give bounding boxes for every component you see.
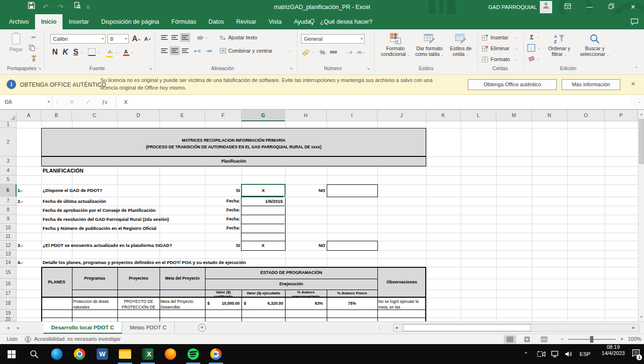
ribbon-tab-disposición-de-página[interactable]: Disposición de página (95, 14, 165, 29)
row-header-3[interactable]: 3 (0, 156, 17, 166)
row-header-9[interactable]: 9 (0, 215, 17, 224)
sheet-tab-metas-pdot-c[interactable]: Metas PDOT C (122, 322, 175, 334)
sheet-area[interactable]: MATRICES RECOPILACION INFORMACIÓN PRIMAR… (0, 110, 638, 321)
cell-q2-fecha[interactable]: Fecha: (205, 197, 240, 206)
scroll-down-icon[interactable]: ▼ (638, 313, 644, 321)
cell-q5-fecha[interactable]: Fecha: (205, 224, 240, 233)
column-header-J[interactable]: J (377, 110, 426, 121)
row-header-18[interactable]: 18 (0, 298, 17, 309)
conditional-formatting-button[interactable]: ≠ Formato condicional ⌄ (379, 32, 412, 58)
merge-center-label[interactable]: Combinar y centrar (228, 48, 273, 54)
ribbon-display-options-icon[interactable] (557, 0, 579, 14)
cell-styles-button[interactable]: Estilos de celda ⌄ (447, 32, 474, 58)
column-header-O[interactable]: O (567, 110, 605, 121)
volume-icon[interactable] (564, 344, 573, 364)
italic-button[interactable]: K (61, 47, 70, 57)
column-header-P[interactable]: P (605, 110, 638, 121)
borders-dropdown-icon[interactable]: ⌄ (97, 47, 101, 57)
borders-icon[interactable] (88, 48, 96, 56)
row-header-14[interactable]: 14 (0, 258, 17, 267)
sheet-nav-left-icon[interactable]: ◂ (7, 322, 9, 334)
get-office-button[interactable]: Obtenga Office auténtico (468, 79, 557, 90)
column-header-D[interactable]: D (117, 110, 160, 121)
name-box[interactable]: G6 (0, 95, 45, 109)
ribbon-tab-datos[interactable]: Datos (202, 14, 230, 29)
merge-center-icon[interactable] (219, 46, 227, 55)
cell-q2-label[interactable]: Fecha de última actualización (43, 197, 204, 206)
align-center-icon[interactable] (170, 46, 179, 55)
td-meta[interactable]: Meta del Proyecto: Desarrollar (161, 299, 204, 309)
selected-cell-G6[interactable]: X (241, 184, 286, 197)
format-painter-icon[interactable] (28, 54, 39, 63)
number-dialog-launcher-icon[interactable]: ↘ (367, 66, 370, 71)
cell-q6-si[interactable]: SI (205, 241, 240, 250)
cell-q6-no-box[interactable] (327, 241, 378, 251)
cut-icon[interactable]: ✂ (28, 33, 39, 42)
formula-input[interactable]: X (119, 95, 631, 109)
vertical-scrollbar[interactable]: ▲ ▼ (638, 110, 644, 321)
comma-style-icon[interactable]: 000 (328, 47, 339, 57)
wrap-text-label[interactable]: Ajustar texto (228, 35, 257, 40)
cell-q2-number[interactable]: 2.- (18, 197, 39, 206)
column-header-I[interactable]: I (327, 110, 377, 121)
row-header-16[interactable]: 16 (0, 279, 17, 290)
format-cells-icon[interactable] (481, 55, 489, 63)
cell-q1-no-box[interactable] (327, 184, 378, 197)
column-header-C[interactable]: C (72, 110, 117, 121)
cell-q2-value[interactable]: 1/6/2015 (242, 197, 283, 206)
horizontal-scroll-thumb[interactable] (403, 324, 531, 331)
cell-q7-label[interactable]: Detalle los planes, programas y proyecto… (43, 258, 374, 267)
avatar[interactable] (540, 1, 552, 13)
file-explorer-icon[interactable] (114, 344, 136, 364)
clipboard-dialog-launcher-icon[interactable]: ↘ (38, 66, 42, 71)
tell-me-search[interactable]: ¿Qué desea hacer? (320, 14, 373, 29)
paste-button[interactable]: Pegar⌄ (6, 32, 27, 59)
ribbon-tab-revisar[interactable]: Revisar (230, 14, 262, 29)
autosum-dropdown-icon[interactable]: ⌄ (536, 33, 541, 41)
cell-q6-no[interactable]: NO (285, 241, 325, 250)
page-break-view-icon[interactable] (538, 335, 550, 344)
row-header-8[interactable]: 8 (0, 206, 17, 215)
zoom-out-icon[interactable]: − (561, 334, 564, 344)
comment-icon[interactable] (631, 14, 638, 29)
spotify-icon[interactable] (182, 344, 205, 364)
name-box-dropdown-icon[interactable]: ▾ (45, 95, 52, 109)
cell-q3-label[interactable]: Fecha de aprobación por el Consejo de Pl… (43, 206, 204, 215)
cell-q3-fecha[interactable]: Fecha: (205, 206, 240, 215)
notification-center-icon[interactable]: 1 (632, 344, 640, 364)
percent-style-icon[interactable]: % (318, 47, 327, 57)
decrease-decimal-icon[interactable]: .00→ (355, 47, 367, 57)
td-proyecto[interactable]: PROYECTO DE PROTECCIÓN DE (118, 299, 159, 309)
row-header-13[interactable]: 13 (0, 250, 17, 258)
cell-q1-number[interactable]: 1.- (18, 184, 39, 197)
normal-view-icon[interactable] (504, 335, 516, 344)
tray-chevron-icon[interactable]: ⌃ (524, 344, 528, 364)
row-header-11[interactable]: 11 (0, 233, 17, 241)
insert-dropdown-icon[interactable]: ⌄ (514, 34, 519, 41)
format-as-table-button[interactable]: Dar formato como tabla ⌄ (413, 32, 446, 58)
td-valor-ejecutado[interactable]: 6,320.00 (242, 298, 283, 309)
column-header-L[interactable]: L (461, 110, 496, 121)
ribbon-tab-fórmulas[interactable]: Fórmulas (165, 14, 202, 29)
clear-icon[interactable] (528, 55, 535, 63)
sort-filter-button[interactable]: AZ Ordenar yfiltrar ⌄ (544, 33, 575, 58)
increase-font-icon[interactable]: A▲ (131, 34, 142, 44)
zoom-slider-thumb[interactable] (590, 336, 593, 343)
td-avance-presupuestario[interactable]: 63% (285, 298, 323, 309)
font-color-dropdown-icon[interactable]: ⌄ (130, 47, 135, 57)
font-color-icon[interactable]: A (122, 47, 130, 57)
clock[interactable]: 08:19 14/4/2023 (598, 344, 629, 364)
row-header-1[interactable]: 1 (0, 121, 17, 128)
column-header-A[interactable]: A (17, 110, 41, 121)
row-header-17[interactable]: 17 (0, 290, 17, 298)
accounting-dropdown-icon[interactable]: ⌄ (311, 47, 315, 57)
cell-q1-no[interactable]: NO (285, 184, 325, 197)
start-button[interactable] (0, 344, 23, 364)
cell-q1-label[interactable]: ¿Dispone el GAD de PDOT? (43, 184, 204, 197)
align-top-icon[interactable] (160, 33, 169, 42)
sheet-nav-right-icon[interactable]: ▸ (17, 322, 20, 334)
edge-icon[interactable] (45, 344, 68, 364)
horizontal-scrollbar[interactable]: ◂ ▸ (393, 324, 639, 332)
td-valor-codificado[interactable]: 10,000.00 (205, 298, 240, 309)
accounting-format-icon[interactable] (301, 47, 311, 57)
